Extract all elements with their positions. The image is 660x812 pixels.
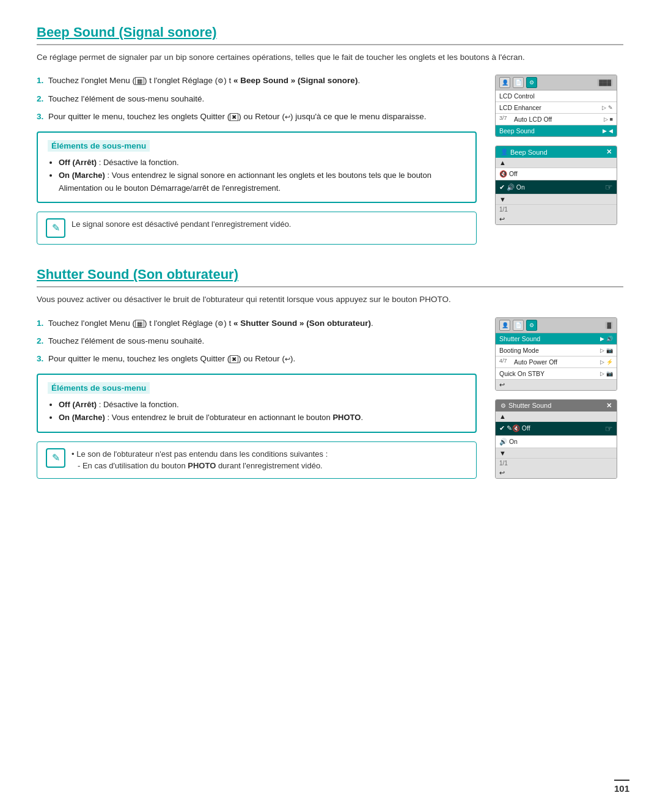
beep-sound-intro: Ce réglage permet de signaler par un bip… bbox=[37, 51, 623, 64]
beep-sub-panel-title: Beep Sound bbox=[510, 149, 548, 156]
shutter-note-row: ✎ • Le son de l'obturateur n'est pas ent… bbox=[46, 448, 328, 472]
shutter-main-panel: 👤 📄 ⚙ ▓ Shutter Sound ▶ 🔊 Booting Mode ▷… bbox=[495, 317, 617, 391]
beep-sub-nav-down[interactable]: ▼ bbox=[496, 194, 617, 205]
shutter-sub-panel-header: ⚙ Shutter Sound ✕ bbox=[496, 400, 617, 412]
shutter-note-line-1: • Le son de l'obturateur n'est pas enten… bbox=[72, 448, 328, 460]
page-number: 101 bbox=[614, 780, 629, 794]
beep-sub-nav-up[interactable]: ▲ bbox=[496, 158, 617, 168]
step-num-1: 1. bbox=[37, 76, 43, 85]
beep-submenu-box: Éléments de sous-menu Off (Arrêt) : Désa… bbox=[37, 131, 477, 203]
shutter-gear-icon: ⚙ bbox=[526, 320, 537, 331]
beep-sound-row[interactable]: Beep Sound ▶ ◀ bbox=[496, 125, 617, 136]
shutter-note-line-2: - En cas d'utilisation du bouton PHOTO d… bbox=[72, 460, 328, 472]
step-num-2: 2. bbox=[37, 94, 43, 103]
beep-sound-title: Beep Sound (Signal sonore) bbox=[37, 24, 623, 45]
beep-on-row[interactable]: ✔ 🔊 On ☞ bbox=[496, 180, 617, 194]
beep-sub-panel-close[interactable]: ✕ bbox=[606, 148, 612, 156]
lcd-enhancer-label: LCD Enhancer bbox=[499, 104, 600, 111]
shutter-step-1: 1. Touchez l'onglet Menu (▦) t l'onglet … bbox=[37, 317, 477, 330]
person-icon: 👤 bbox=[499, 77, 510, 88]
shutter-on-row[interactable]: 🔊 On bbox=[496, 436, 617, 448]
shutter-note-content: • Le son de l'obturateur n'est pas enten… bbox=[72, 448, 328, 472]
shutter-steps-list: 1. Touchez l'onglet Menu (▦) t l'onglet … bbox=[37, 317, 477, 366]
gear-icon: ⚙ bbox=[526, 77, 537, 88]
shutter-person-icon: 👤 bbox=[499, 320, 510, 331]
shutter-doc-icon: 📄 bbox=[513, 320, 524, 331]
beep-panel-person-icon: 👤 bbox=[501, 149, 508, 155]
beep-ui-col: 👤 📄 ⚙ ▓▓▓ LCD Control LCD Enhancer ▷ ✎ 3… bbox=[495, 75, 623, 225]
beep-note-box: ✎ Le signal sonore est désactivé pendant… bbox=[37, 212, 477, 245]
beep-main-panel: 👤 📄 ⚙ ▓▓▓ LCD Control LCD Enhancer ▷ ✎ 3… bbox=[495, 75, 617, 137]
shutter-main-back-btn[interactable]: ↩ bbox=[499, 381, 505, 389]
shutter-battery-icon: ▓ bbox=[605, 322, 613, 329]
shutter-main-back[interactable]: ↩ bbox=[496, 380, 617, 390]
lcd-control-label: LCD Control bbox=[499, 92, 613, 100]
shutter-step-2: 2. Touchez l'élément de sous-menu souhai… bbox=[37, 335, 477, 347]
beep-sub-panel-header: 👤 Beep Sound ✕ bbox=[496, 146, 617, 158]
shutter-step-num-3: 3. bbox=[37, 354, 43, 363]
hand-pointer-icon-2: ☞ bbox=[605, 424, 613, 434]
beep-submenu-title: Éléments de sous-menu bbox=[48, 140, 150, 152]
shutter-ui-col: 👤 📄 ⚙ ▓ Shutter Sound ▶ 🔊 Booting Mode ▷… bbox=[495, 317, 623, 479]
shutter-steps-col: 1. Touchez l'onglet Menu (▦) t l'onglet … bbox=[37, 317, 477, 479]
shutter-off-row[interactable]: ✔ ✎🔇 Off ☞ bbox=[496, 422, 617, 436]
shutter-note-icon: ✎ bbox=[46, 448, 65, 468]
beep-back-btn[interactable]: ↩ bbox=[499, 215, 505, 223]
step-num-3: 3. bbox=[37, 112, 43, 121]
beep-sound-section: Beep Sound (Signal sonore) Ce réglage pe… bbox=[37, 24, 623, 245]
beep-sound-row-label: Beep Sound bbox=[499, 127, 600, 135]
shutter-sub-panel-title: Shutter Sound bbox=[508, 402, 551, 409]
beep-nav-up-btn[interactable]: ▲ bbox=[499, 159, 506, 166]
shutter-submenu-list: Off (Arrêt) : Désactive la fonction. On … bbox=[59, 399, 466, 424]
beep-sub-panel: 👤 Beep Sound ✕ ▲ 🔇 Off ✔ 🔊 On ☞ ▼ 1/1 bbox=[495, 146, 617, 225]
booting-mode-row[interactable]: Booting Mode ▷ 📷 bbox=[496, 345, 617, 356]
shutter-nav-down-btn[interactable]: ▼ bbox=[499, 449, 506, 457]
shutter-sub-nav-down[interactable]: ▼ bbox=[496, 448, 617, 459]
beep-note-icon: ✎ bbox=[46, 218, 65, 238]
shutter-sub-panel: ⚙ Shutter Sound ✕ ▲ ✔ ✎🔇 Off ☞ 🔊 On ▼ 1 bbox=[495, 399, 617, 479]
beep-steps-list: 1. Touchez l'onglet Menu (▦) t l'onglet … bbox=[37, 75, 477, 123]
shutter-sound-main-label: Shutter Sound bbox=[499, 335, 598, 342]
shutter-submenu-box: Éléments de sous-menu Off (Arrêt) : Désa… bbox=[37, 374, 477, 433]
shutter-nav-up-btn[interactable]: ▲ bbox=[499, 413, 506, 420]
beep-submenu-item-1: Off (Arrêt) : Désactive la fonction. bbox=[59, 157, 466, 169]
booting-mode-action: ▷ 📷 bbox=[600, 347, 613, 353]
shutter-step-num-2: 2. bbox=[37, 336, 43, 345]
doc-icon: 📄 bbox=[513, 77, 524, 88]
auto-power-off-row[interactable]: 4/7 Auto Power Off ▷ ⚡ bbox=[496, 356, 617, 368]
shutter-sound-section: Shutter Sound (Son obturateur) Vous pouv… bbox=[37, 267, 623, 479]
shutter-submenu-item-1: Off (Arrêt) : Désactive la fonction. bbox=[59, 399, 466, 412]
counter-3-7: 3/7 bbox=[499, 115, 507, 121]
beep-note-text: Le signal sonore est désactivé pendant l… bbox=[72, 218, 291, 231]
shutter-panel-header: 👤 📄 ⚙ ▓ bbox=[496, 318, 617, 333]
beep-panel-header: 👤 📄 ⚙ ▓▓▓ bbox=[496, 75, 617, 90]
lcd-enhancer-action: ▷ ✎ bbox=[602, 105, 613, 111]
quick-on-stby-row[interactable]: Quick On STBY ▷ 📷 bbox=[496, 368, 617, 380]
shutter-step-num-1: 1. bbox=[37, 319, 43, 328]
shutter-sound-title: Shutter Sound (Son obturateur) bbox=[37, 267, 623, 287]
beep-off-row[interactable]: 🔇 Off bbox=[496, 168, 617, 180]
shutter-sub-back[interactable]: ↩ bbox=[496, 468, 617, 478]
shutter-step-3: 3. Pour quitter le menu, touchez les ong… bbox=[37, 353, 477, 365]
auto-lcd-off-row[interactable]: 3/7 Auto LCD Off ▷ ■ bbox=[496, 114, 617, 125]
beep-sub-back[interactable]: ↩ bbox=[496, 214, 617, 224]
beep-nav-down-btn[interactable]: ▼ bbox=[499, 196, 506, 203]
shutter-submenu-item-2: On (Marche) : Vous entendrez le bruit de… bbox=[59, 412, 466, 424]
shutter-back-btn[interactable]: ↩ bbox=[499, 469, 505, 477]
shutter-sound-intro: Vous pouvez activer ou désactiver le bru… bbox=[37, 293, 623, 306]
beep-sound-action: ▶ ◀ bbox=[603, 128, 613, 134]
quick-on-stby-label: Quick On STBY bbox=[499, 370, 598, 377]
lcd-enhancer-row[interactable]: LCD Enhancer ▷ ✎ bbox=[496, 102, 617, 114]
lcd-control-row[interactable]: LCD Control bbox=[496, 90, 617, 102]
shutter-off-label: ✔ ✎🔇 Off bbox=[499, 424, 603, 432]
shutter-sub-panel-close[interactable]: ✕ bbox=[606, 402, 612, 410]
shutter-sound-main-row[interactable]: Shutter Sound ▶ 🔊 bbox=[496, 333, 617, 345]
counter-4-7: 4/7 bbox=[499, 358, 507, 364]
battery-icon: ▓▓▓ bbox=[597, 79, 613, 86]
beep-steps-col: 1. Touchez l'onglet Menu (▦) t l'onglet … bbox=[37, 75, 477, 245]
booting-mode-label: Booting Mode bbox=[499, 347, 598, 354]
shutter-sub-nav-up[interactable]: ▲ bbox=[496, 412, 617, 422]
auto-power-off-action: ▷ ⚡ bbox=[600, 359, 613, 365]
shutter-sub-icon: ⚙ bbox=[501, 402, 506, 409]
shutter-sub-counter: 1/1 bbox=[496, 459, 617, 468]
